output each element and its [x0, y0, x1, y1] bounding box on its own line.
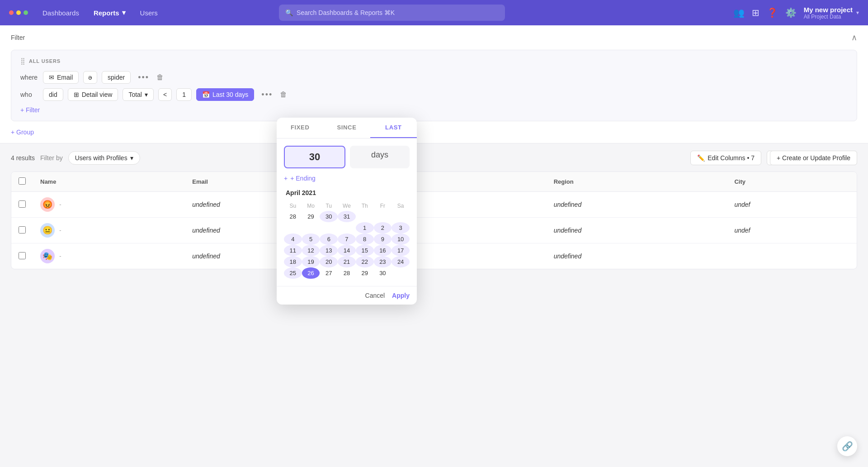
table-row: 😡 - undefined efined undefined undef: [11, 192, 857, 218]
cal-day-today[interactable]: 26: [302, 267, 320, 279]
table-row: 🎭 - undefined undefined undefined: [11, 243, 857, 269]
nav-search-bar[interactable]: 🔍 Search Dashboards & Reports ⌘K: [279, 5, 505, 21]
row-checkbox[interactable]: [19, 252, 26, 259]
cal-day[interactable]: 14: [338, 245, 356, 256]
cal-day[interactable]: 17: [392, 245, 410, 256]
cal-day[interactable]: 9: [374, 234, 392, 245]
add-filter-button[interactable]: + Filter: [20, 106, 848, 114]
cal-day[interactable]: 29: [356, 267, 374, 279]
cal-day[interactable]: 19: [302, 256, 320, 267]
select-all-header[interactable]: [11, 172, 33, 192]
cal-day[interactable]: 15: [356, 245, 374, 256]
calendar-row: 18 19 20 21 22 23 24: [284, 256, 410, 267]
email-value[interactable]: spider: [102, 71, 131, 84]
cal-day[interactable]: 3: [392, 222, 410, 234]
cal-day[interactable]: 31: [338, 211, 356, 222]
cal-day[interactable]: 2: [374, 222, 392, 234]
cal-day[interactable]: 8: [356, 234, 374, 245]
cal-day[interactable]: 7: [338, 234, 356, 245]
cal-day[interactable]: 10: [392, 234, 410, 245]
cal-mon: Mo: [302, 201, 320, 211]
edit-columns-button[interactable]: ✏️ Edit Columns • 7: [690, 151, 761, 165]
duration-row: 30 days: [284, 146, 410, 168]
drag-handle-icon: ⣿: [20, 57, 25, 65]
cal-day[interactable]: 27: [320, 267, 338, 279]
who-delete-button[interactable]: 🗑: [280, 91, 287, 99]
calendar-month: April 2021: [284, 189, 410, 196]
filter-section: Filter ∧ ⣿ ALL USERS where ✉ Email ə spi…: [0, 25, 868, 143]
aggregation-chip[interactable]: Total ▾: [123, 88, 154, 101]
tab-fixed[interactable]: FIXED: [277, 118, 323, 138]
nav-reports[interactable]: Reports ▾: [94, 9, 126, 17]
duration-unit[interactable]: days: [350, 146, 410, 168]
nav-users[interactable]: Users: [140, 9, 158, 17]
tab-last[interactable]: LAST: [370, 118, 417, 138]
user-region: undefined: [547, 192, 727, 218]
where-more-options[interactable]: •••: [135, 72, 152, 83]
calendar-row: 4 5 6 7 8 9 10: [284, 234, 410, 245]
ending-row[interactable]: + + Ending: [284, 175, 410, 182]
cal-day[interactable]: 23: [374, 256, 392, 267]
project-selector[interactable]: My new project All Project Data ▾: [804, 6, 859, 20]
filter-group-label: ⣿ ALL USERS: [20, 57, 848, 65]
collapse-icon[interactable]: ∧: [851, 33, 857, 43]
cal-day[interactable]: 1: [356, 222, 374, 234]
who-filter-row: who did ⊞ Detail view Total ▾ < 1 📅 Last…: [20, 88, 848, 101]
cal-day-empty: [320, 222, 338, 234]
nav-dashboards[interactable]: Dashboards: [42, 9, 79, 17]
grid-icon[interactable]: ⊞: [752, 7, 760, 18]
nav-logo: [9, 10, 28, 15]
duration-number[interactable]: 30: [284, 146, 345, 168]
apply-button[interactable]: Apply: [392, 292, 410, 299]
cal-day[interactable]: 11: [284, 245, 302, 256]
avatar: 😡: [40, 197, 55, 212]
help-icon[interactable]: ❓: [767, 7, 778, 18]
did-chip[interactable]: did: [43, 88, 63, 101]
user-name: -: [59, 201, 61, 208]
contains-operator[interactable]: ə: [83, 71, 97, 84]
date-range-chip[interactable]: 📅 Last 30 days: [196, 88, 254, 101]
add-group-button[interactable]: + Group: [11, 129, 857, 136]
select-all-checkbox[interactable]: [19, 177, 26, 185]
compare-operator[interactable]: <: [158, 88, 172, 101]
popup-footer: Cancel Apply: [277, 286, 417, 305]
email-field-chip[interactable]: ✉ Email: [43, 71, 79, 84]
cal-day[interactable]: 29: [302, 211, 320, 222]
row-checkbox[interactable]: [19, 200, 26, 208]
cal-day[interactable]: 13: [320, 245, 338, 256]
calendar-row: 25 26 27 28 29 30: [284, 267, 410, 279]
cal-day[interactable]: 30: [374, 267, 392, 279]
cal-day[interactable]: 22: [356, 256, 374, 267]
calendar-row: 1 2 3: [284, 222, 410, 234]
cal-day[interactable]: 6: [320, 234, 338, 245]
cal-day[interactable]: 30: [320, 211, 338, 222]
cal-day-empty: [302, 222, 320, 234]
pencil-icon: ✏️: [697, 154, 705, 162]
cal-day[interactable]: 24: [392, 256, 410, 267]
create-profile-button[interactable]: + Create or Update Profile: [770, 151, 857, 165]
cal-day[interactable]: 12: [302, 245, 320, 256]
cal-day[interactable]: 4: [284, 234, 302, 245]
cal-day[interactable]: 5: [302, 234, 320, 245]
who-more-options[interactable]: •••: [259, 89, 275, 100]
cal-day[interactable]: 25: [284, 267, 302, 279]
team-icon[interactable]: 👥: [733, 7, 745, 18]
cal-day[interactable]: 21: [338, 256, 356, 267]
detail-view-chip[interactable]: ⊞ Detail view: [68, 88, 118, 101]
link-fab[interactable]: 🔗: [837, 436, 857, 456]
filter-group: ⣿ ALL USERS where ✉ Email ə spider ••• 🗑…: [11, 50, 857, 121]
tab-since[interactable]: SINCE: [323, 118, 370, 138]
row-checkbox[interactable]: [19, 226, 26, 234]
settings-icon[interactable]: ⚙️: [785, 7, 797, 18]
navbar: Dashboards Reports ▾ Users 🔍 Search Dash…: [0, 0, 868, 25]
cal-day[interactable]: 28: [338, 267, 356, 279]
cal-day[interactable]: 20: [320, 256, 338, 267]
where-filter-row: where ✉ Email ə spider ••• 🗑: [20, 71, 848, 84]
cal-day[interactable]: 18: [284, 256, 302, 267]
filter-by-dropdown[interactable]: Users with Profiles ▾: [68, 151, 140, 165]
cancel-button[interactable]: Cancel: [365, 292, 385, 299]
cal-day[interactable]: 28: [284, 211, 302, 222]
count-value[interactable]: 1: [176, 88, 192, 101]
where-delete-button[interactable]: 🗑: [156, 73, 164, 81]
cal-day[interactable]: 16: [374, 245, 392, 256]
